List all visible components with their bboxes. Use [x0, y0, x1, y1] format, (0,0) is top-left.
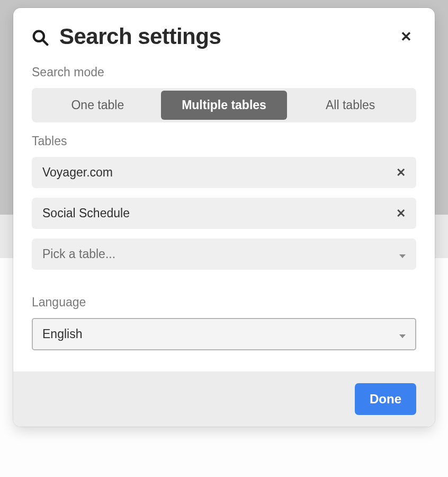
- chevron-down-icon: [399, 327, 406, 341]
- search-mode-segmented-control: One table Multiple tables All tables: [32, 88, 416, 122]
- modal-header: Search settings ✕: [13, 8, 435, 61]
- remove-table-button[interactable]: ✕: [396, 208, 406, 219]
- tables-label: Tables: [32, 134, 416, 148]
- svg-line-1: [43, 40, 47, 45]
- search-mode-one-table[interactable]: One table: [34, 91, 161, 120]
- search-settings-modal: Search settings ✕ Search mode One table …: [13, 8, 435, 427]
- modal-footer: Done: [13, 372, 435, 427]
- table-picker-placeholder: Pick a table...: [42, 247, 115, 261]
- table-chip-name: Voyager.com: [42, 165, 113, 180]
- table-picker-dropdown[interactable]: Pick a table...: [32, 238, 416, 270]
- table-chip: Voyager.com ✕: [32, 157, 416, 188]
- search-mode-label: Search mode: [32, 65, 416, 80]
- language-selected-value: English: [42, 327, 82, 341]
- search-mode-multiple-tables[interactable]: Multiple tables: [161, 91, 288, 120]
- close-icon: ✕: [400, 29, 412, 45]
- modal-title: Search settings: [59, 24, 221, 49]
- close-button[interactable]: ✕: [396, 28, 416, 46]
- language-label: Language: [32, 295, 416, 310]
- search-icon: [32, 29, 49, 46]
- close-icon: ✕: [396, 166, 406, 179]
- remove-table-button[interactable]: ✕: [396, 167, 406, 179]
- done-button[interactable]: Done: [355, 383, 416, 415]
- table-chip: Social Schedule ✕: [32, 198, 416, 229]
- close-icon: ✕: [396, 207, 406, 220]
- modal-body: Search mode One table Multiple tables Al…: [13, 61, 435, 372]
- language-select[interactable]: English: [32, 318, 416, 350]
- chevron-down-icon: [399, 247, 406, 261]
- search-mode-all-tables[interactable]: All tables: [287, 91, 414, 120]
- table-chip-name: Social Schedule: [42, 206, 130, 220]
